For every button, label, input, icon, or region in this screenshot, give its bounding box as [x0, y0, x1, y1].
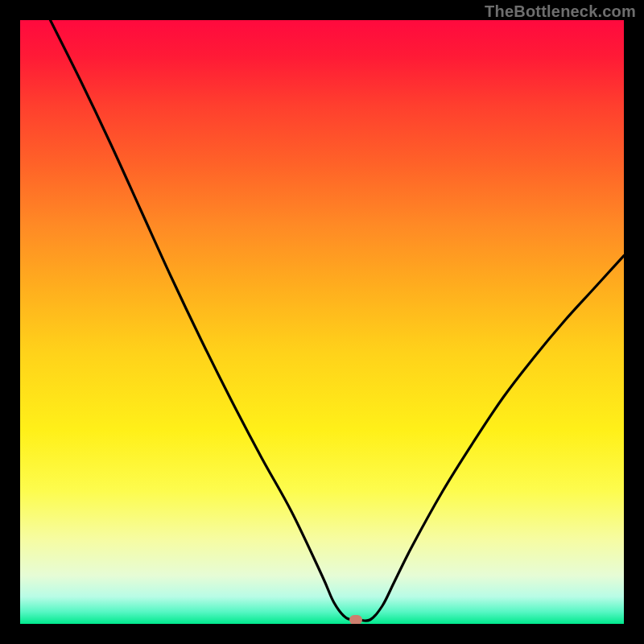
watermark-text: TheBottleneck.com: [485, 2, 636, 21]
chart-frame: TheBottleneck.com: [0, 0, 644, 644]
bottleneck-curve: [51, 20, 625, 621]
curve-svg: [20, 20, 624, 624]
optimal-point-marker: [349, 615, 362, 624]
plot-area: [20, 20, 624, 624]
